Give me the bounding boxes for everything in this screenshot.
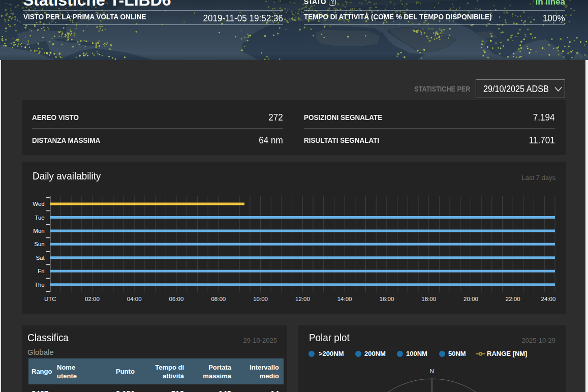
- svg-text:08:00: 08:00: [211, 296, 226, 302]
- svg-text:12:00: 12:00: [295, 296, 310, 302]
- svg-text:24:00: 24:00: [541, 296, 556, 302]
- svg-text:Tue: Tue: [35, 215, 44, 221]
- svg-text:Mon: Mon: [33, 228, 44, 234]
- svg-text:Wed: Wed: [33, 201, 44, 207]
- svg-text:Sat: Sat: [36, 255, 45, 261]
- svg-text:04:00: 04:00: [127, 296, 142, 302]
- svg-text:14:00: 14:00: [337, 296, 352, 302]
- svg-text:20:00: 20:00: [463, 296, 478, 302]
- svg-text:18:00: 18:00: [421, 296, 436, 302]
- svg-text:16:00: 16:00: [380, 296, 394, 302]
- svg-text:Sun: Sun: [34, 241, 44, 247]
- svg-text:Fri: Fri: [38, 268, 44, 274]
- svg-text:10:00: 10:00: [253, 296, 268, 302]
- svg-text:UTC: UTC: [44, 296, 56, 302]
- svg-text:22:00: 22:00: [506, 296, 520, 302]
- svg-text:06:00: 06:00: [169, 296, 184, 302]
- svg-text:02:00: 02:00: [85, 296, 100, 302]
- svg-text:N: N: [430, 368, 434, 374]
- svg-text:Thu: Thu: [35, 282, 45, 288]
